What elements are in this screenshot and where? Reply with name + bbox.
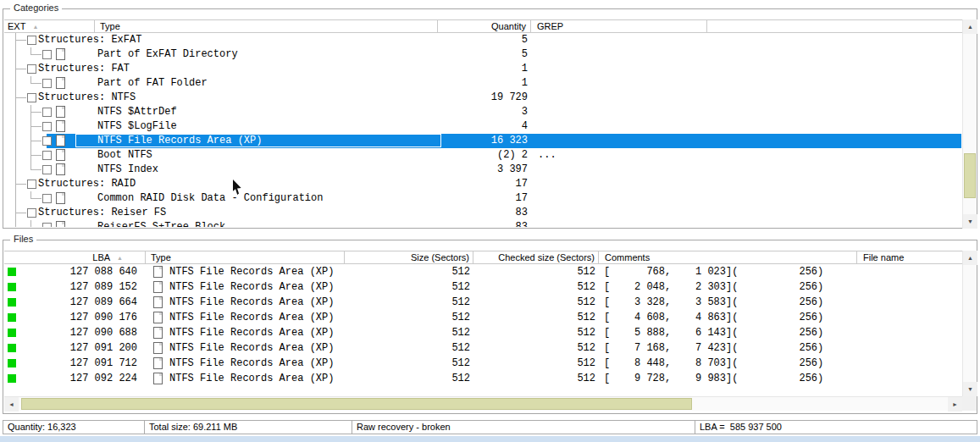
scroll-up-button[interactable]: ▲	[963, 19, 977, 34]
tree-row[interactable]: Structures: NTFS19 729	[4, 91, 961, 105]
checkbox[interactable]	[27, 208, 36, 218]
files-table: 127 088 640NTFS File Records Area (XP)51…	[4, 264, 961, 388]
scrollbar-corner	[962, 396, 977, 411]
tree-row[interactable]: Part of FAT Folder1	[4, 76, 961, 91]
column-header-grep[interactable]: GREP	[531, 20, 707, 32]
checked-size-cell: 512	[511, 264, 595, 279]
tree-item-label: NTFS Index	[97, 163, 158, 177]
tree-line	[15, 163, 16, 177]
file-type-icon	[56, 120, 65, 132]
tree-item-label: Structures: FAT	[38, 62, 130, 76]
tree-line	[30, 83, 42, 84]
file-row[interactable]: 127 092 224NTFS File Records Area (XP)51…	[4, 371, 961, 386]
categories-vertical-scrollbar[interactable]: ▲ ▼	[962, 19, 977, 229]
column-header-filename[interactable]: File name	[857, 251, 964, 263]
lba-cell: 127 092 224	[38, 371, 137, 386]
checkbox[interactable]	[42, 50, 52, 59]
checkbox[interactable]	[42, 165, 52, 174]
column-header-type[interactable]: Type	[146, 251, 345, 263]
tree-item-label: NTFS File Records Area (XP)	[97, 134, 262, 148]
tree-line	[30, 112, 42, 113]
file-row[interactable]: 127 089 664NTFS File Records Area (XP)51…	[4, 295, 961, 310]
status-lba: LBA = 585 937 500	[695, 421, 977, 434]
comments-cell: [ 2 048, 2 303]( 256)	[604, 279, 823, 295]
checkbox[interactable]	[27, 93, 36, 102]
scroll-left-button[interactable]: ◄	[4, 397, 19, 412]
file-type-icon	[153, 266, 163, 278]
scroll-down-button[interactable]: ▼	[963, 382, 977, 396]
tree-line	[15, 97, 26, 98]
size-cell: 512	[385, 295, 470, 310]
tree-row[interactable]: ReiserFS S+Tree Block83	[4, 220, 961, 227]
file-row[interactable]: 127 090 688NTFS File Records Area (XP)51…	[4, 325, 961, 340]
tree-row[interactable]: Common RAID Disk Data - Configuration17	[4, 191, 961, 206]
file-row[interactable]: 127 088 640NTFS File Records Area (XP)51…	[4, 264, 961, 279]
column-header-size[interactable]: Size (Sectors)	[345, 251, 473, 263]
file-row[interactable]: 127 091 712NTFS File Records Area (XP)51…	[4, 356, 961, 371]
tree-row[interactable]: Structures: FAT1	[4, 62, 961, 76]
checkbox[interactable]	[42, 151, 52, 160]
sort-ascending-icon: ▲	[32, 24, 38, 30]
tree-row[interactable]: NTFS $AttrDef3	[4, 105, 961, 119]
tree-row[interactable]: Structures: RAID17	[4, 177, 961, 191]
tree-row[interactable]: Structures: Reiser FS83	[4, 206, 961, 220]
checkbox[interactable]	[42, 122, 52, 131]
tree-row[interactable]: Part of ExFAT Directory5	[4, 47, 961, 62]
tree-line	[15, 105, 16, 119]
quantity-cell: 19 729	[411, 91, 528, 105]
checkbox[interactable]	[27, 180, 36, 189]
column-header-type[interactable]: Type	[95, 20, 438, 32]
file-row[interactable]: 127 091 200NTFS File Records Area (XP)51…	[4, 340, 961, 356]
size-cell: 512	[385, 325, 470, 340]
file-type-icon	[56, 48, 65, 60]
file-type-icon	[56, 149, 65, 161]
status-quantity-text: Quantity: 16,323	[8, 422, 76, 432]
quantity-cell: 5	[411, 33, 528, 47]
files-vertical-scrollbar[interactable]: ▲ ▼	[962, 251, 977, 396]
sort-ascending-icon: ▲	[117, 255, 123, 261]
file-row[interactable]: 127 089 152NTFS File Records Area (XP)51…	[4, 279, 961, 295]
checkbox[interactable]	[42, 223, 52, 227]
checkbox[interactable]	[42, 108, 52, 117]
tree-row[interactable]: NTFS File Records Area (XP)16 323	[4, 134, 961, 148]
scrollbar-thumb[interactable]	[964, 153, 976, 198]
tree-row[interactable]: Boot NTFS(2) 2...	[4, 148, 961, 163]
column-header-label: Checked size (Sectors)	[498, 252, 595, 262]
checkbox[interactable]	[42, 79, 52, 88]
checkbox[interactable]	[42, 136, 52, 146]
status-square-icon	[8, 344, 16, 352]
column-header-label: Type	[151, 252, 171, 262]
checkbox[interactable]	[42, 194, 52, 203]
checkbox[interactable]	[27, 36, 36, 45]
scroll-down-button[interactable]: ▼	[963, 214, 977, 229]
scrollbar-thumb[interactable]	[21, 398, 692, 410]
column-header-checked-size[interactable]: Checked size (Sectors)	[473, 251, 599, 263]
quantity-cell: 17	[411, 191, 528, 206]
status-square-icon	[8, 268, 16, 276]
tree-line	[30, 155, 42, 156]
categories-tree: Structures: ExFAT5Part of ExFAT Director…	[4, 33, 961, 227]
file-row[interactable]: 127 090 176NTFS File Records Area (XP)51…	[4, 310, 961, 325]
tree-line	[30, 126, 42, 127]
status-square-icon	[8, 283, 16, 291]
scroll-right-button[interactable]: ►	[948, 397, 962, 412]
file-type-icon	[153, 342, 163, 354]
tree-row[interactable]: NTFS Index3 397	[4, 163, 961, 177]
tree-line	[30, 141, 42, 141]
size-cell: 512	[385, 264, 470, 279]
files-horizontal-scrollbar[interactable]: ◄ ►	[4, 396, 962, 411]
type-cell: NTFS File Records Area (XP)	[169, 325, 334, 340]
tree-line	[15, 119, 16, 134]
column-header-ext[interactable]: EXT▲	[4, 20, 95, 32]
scroll-up-button[interactable]: ▲	[963, 251, 977, 265]
tree-row[interactable]: NTFS $LogFile4	[4, 119, 961, 134]
column-header-quantity[interactable]: Quantity	[438, 20, 531, 32]
checked-size-cell: 512	[511, 310, 595, 325]
column-header-comments[interactable]: Comments	[599, 251, 857, 263]
tree-line	[15, 148, 16, 163]
tree-row[interactable]: Structures: ExFAT5	[4, 33, 961, 47]
file-type-icon	[56, 163, 65, 175]
checkbox[interactable]	[27, 64, 36, 74]
column-header-lba[interactable]: LBA▲	[4, 251, 146, 263]
file-type-icon	[153, 357, 163, 369]
